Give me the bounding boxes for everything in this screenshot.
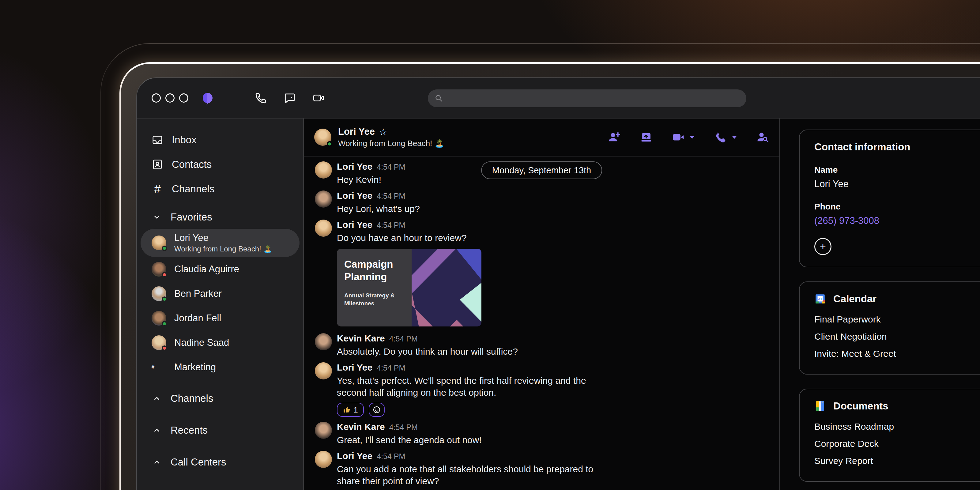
message-timestamp: 4:54 PM [389,334,418,343]
phone-label: Phone [814,202,980,212]
message: Lori Yee4:54 PMDo you have an hour to re… [315,220,768,328]
avatar [315,220,332,237]
favorite-item-ben-parker[interactable]: Ben Parker [137,282,303,306]
reaction-thumbs-up-button[interactable]: 1 [337,403,364,417]
window-control-dot[interactable] [179,94,188,103]
start-video-button[interactable] [671,131,695,144]
favorite-star-icon[interactable]: ☆ [379,126,387,137]
search-input[interactable] [447,94,723,103]
chat-contact-status: Working from Long Beach! 🏝️ [338,139,444,148]
calendar-event-client-negotiation[interactable]: Client NegotiationJu [814,328,980,345]
document-business-roadmap[interactable]: Business RoadmapJu [814,418,980,435]
calendar-event-title: Client Negotiation [814,331,887,342]
screen-share-icon [640,131,652,144]
video-icon[interactable] [312,92,325,105]
message-author: Kevin Kare [337,422,385,432]
chevron-down-icon[interactable] [732,135,737,139]
documents-panel: Documents Business RoadmapJuCorporate De… [799,389,980,482]
sidebar: InboxContacts#Channels Favorites Lori Ye… [137,119,304,490]
contacts-icon [151,159,163,170]
message-author: Lori Yee [337,191,372,201]
name-value: Lori Yee [814,178,980,189]
favorites-section-header[interactable]: Favorites [137,205,303,229]
chat-header: Lori Yee ☆ Working from Long Beach! 🏝️ [304,119,780,156]
sidebar-item-label: Inbox [172,134,197,146]
calendar-panel: 31 Calendar Final PaperworkJuClient Nego… [799,282,980,375]
screen-share-button[interactable] [640,131,652,144]
sidebar-nav: InboxContacts#Channels [137,128,303,201]
avatar [151,311,166,326]
sidebar-section-recents[interactable]: Recents [137,417,303,443]
avatar [315,362,332,379]
presence-dot [162,272,167,277]
favorite-item-nadine-saad[interactable]: Nadine Saad [137,331,303,355]
message-timestamp: 4:54 PM [389,423,418,432]
chat-icon[interactable] [283,92,296,105]
favorite-item-marketing[interactable]: #Marketing [137,355,303,379]
sidebar-section-channels[interactable]: Channels [137,385,303,411]
window-controls[interactable] [151,94,188,103]
message-text: Hey Kevin! [337,173,405,186]
document-corporate-deck[interactable]: Corporate DeckJu [814,435,980,452]
chat-contact-name: Lori Yee [338,126,375,137]
document-title: Corporate Deck [814,439,879,449]
app-window: InboxContacts#Channels Favorites Lori Ye… [136,78,980,490]
favorites-section-label: Favorites [170,211,212,223]
start-call-button[interactable] [714,131,737,144]
presence-dot [162,246,167,251]
favorite-name: Ben Parker [174,288,222,299]
panel-title: Calendar [833,293,877,305]
call-icon[interactable] [255,92,267,105]
hash-icon: # [151,364,166,370]
avatar [151,262,166,277]
quick-actions [255,92,325,105]
attachment-card-text: Campaign PlanningAnnual Strategy & Miles… [337,249,412,326]
add-person-button[interactable] [608,131,621,144]
message-head: Lori Yee4:54 PM [337,161,405,173]
favorite-name: Marketing [174,362,216,373]
message: Lori Yee4:54 PMYes, that's perfect. We'l… [315,362,768,417]
favorite-item-text: Jordan Fell [174,313,221,324]
inbox-icon [151,134,163,146]
calendar-event-invite-meet-greet[interactable]: Invite: Meet & GreetJu [814,345,980,362]
message-text: Great, I'll send the agenda out now! [337,434,482,446]
sidebar-item-inbox[interactable]: Inbox [137,128,303,152]
sidebar-item-channels[interactable]: #Channels [137,177,303,201]
phone-link[interactable]: (265) 973-3008 [814,215,980,226]
sidebar-item-contacts[interactable]: Contacts [137,152,303,177]
favorite-item-claudia-aguirre[interactable]: Claudia Aguirre [137,257,303,282]
avatar [315,451,332,468]
google-calendar-icon: 31 [814,293,826,305]
calendar-event-final-paperwork[interactable]: Final PaperworkJu [814,311,980,328]
message-body: Lori Yee4:54 PMCan you add a note that a… [337,451,612,487]
avatar [315,422,332,439]
sidebar-section-call-centers[interactable]: Call Centers [137,449,303,475]
calendar-event-title: Final Paperwork [814,314,881,325]
message-body: Lori Yee4:54 PMDo you have an hour to re… [337,220,481,328]
presence-dot [162,296,167,302]
contact-info-panel: Contact information Name Lori Yee Phone … [799,130,980,267]
add-contact-field-button[interactable]: + [814,238,832,255]
chat-actions [608,131,769,144]
favorite-item-lori-yee[interactable]: Lori YeeWorking from Long Beach! 🏝️ [140,229,299,257]
search-bar[interactable] [428,89,746,107]
favorite-item-jordan-fell[interactable]: Jordan Fell [137,306,303,331]
search-member-button[interactable] [756,131,769,144]
window-control-dot[interactable] [151,94,161,103]
chevron-down-icon[interactable] [689,135,695,139]
smiley-icon [372,406,381,414]
sidebar-section-label: Recents [170,425,208,436]
sidebar-item-label: Channels [172,183,215,195]
window-control-dot[interactable] [165,94,175,103]
add-reaction-button[interactable] [369,403,385,417]
document-survey-report[interactable]: Survey ReportJu [814,452,980,469]
favorite-item-text: Lori YeeWorking from Long Beach! 🏝️ [174,232,272,253]
message-author: Lori Yee [337,161,372,172]
favorite-status: Working from Long Beach! 🏝️ [174,245,272,253]
attachment-card[interactable]: Campaign PlanningAnnual Strategy & Miles… [337,249,481,326]
attachment-artwork [412,249,481,326]
chevron-down-icon [153,213,161,221]
avatar [151,286,166,301]
message-author: Lori Yee [337,220,372,230]
message-head: Kevin Kare4:54 PM [337,422,482,433]
